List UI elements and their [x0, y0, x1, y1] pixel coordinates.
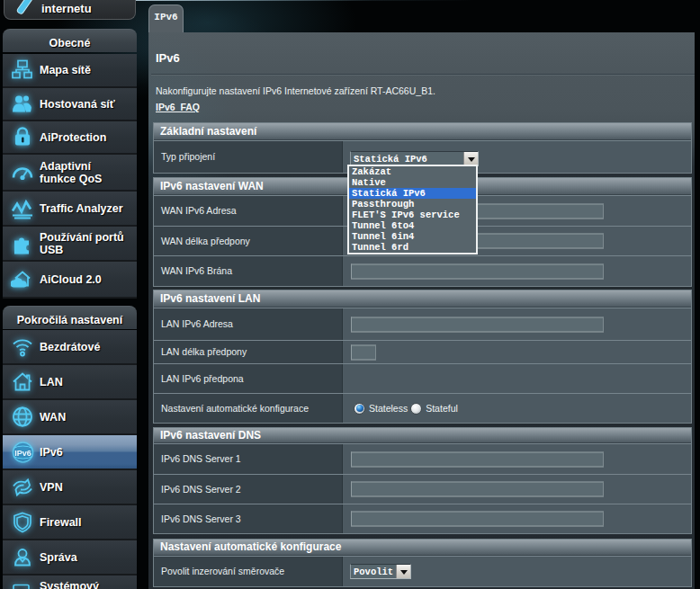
svg-text:IPv6: IPv6 — [14, 448, 31, 457]
